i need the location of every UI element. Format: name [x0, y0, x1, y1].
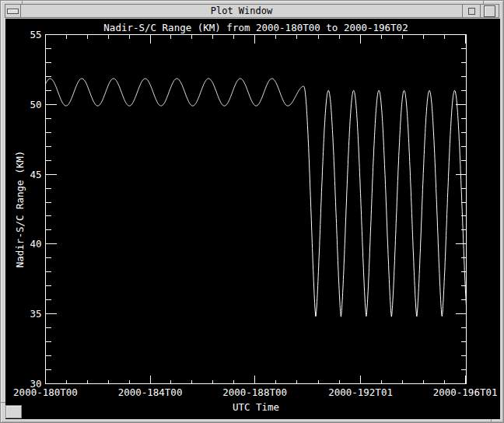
plot-canvas: 3035404550552000-180T002000-184T002000-1…: [5, 19, 500, 419]
y-tick-label: 45: [30, 169, 41, 180]
x-tick-label: 2000-188T00: [222, 386, 287, 398]
frame-joint: [1, 402, 5, 403]
window-menu-button[interactable]: [5, 5, 21, 17]
y-axis-title: Nadir-S/C Range (KM): [14, 151, 26, 268]
x-tick-label: 2000-192T01: [328, 386, 393, 398]
plot-frame: [46, 35, 467, 384]
x-axis-title: UTC Time: [233, 401, 279, 413]
maximize-button[interactable]: [480, 5, 499, 17]
window-menu-icon: [7, 9, 19, 14]
window-title: Plot Window: [21, 5, 462, 17]
title-bar[interactable]: Plot Window: [5, 4, 499, 18]
plot-title: Nadir-S/C Range (KM) from 2000-180T00 to…: [103, 22, 408, 33]
frame-joint: [491, 419, 492, 423]
y-tick-label: 50: [30, 99, 41, 110]
y-tick-label: 40: [30, 238, 41, 250]
y-tick-label: 35: [30, 308, 41, 320]
plot-window: Plot Window 3035404550552000-180T002000-…: [0, 0, 504, 423]
resize-handle-bottom-left[interactable]: [5, 405, 22, 418]
x-tick-label: 2000-180T00: [13, 386, 78, 398]
maximize-icon: [484, 5, 495, 17]
x-tick-label: 2000-196T01: [433, 386, 498, 398]
y-tick-label: 55: [30, 29, 41, 40]
x-tick-label: 2000-184T00: [118, 386, 183, 398]
range-curve: [46, 79, 467, 316]
minimize-button[interactable]: [462, 5, 480, 17]
minimize-icon: [468, 8, 475, 15]
range-plot: 3035404550552000-180T002000-184T002000-1…: [5, 19, 500, 419]
